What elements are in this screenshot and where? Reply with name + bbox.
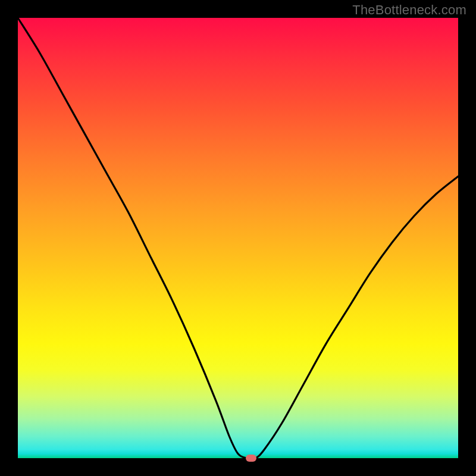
bottleneck-curve-path: [18, 18, 458, 459]
chart-frame: TheBottleneck.com: [0, 0, 476, 476]
bottleneck-curve-svg: [18, 18, 458, 458]
watermark-text: TheBottleneck.com: [352, 2, 466, 18]
minimum-marker: [246, 455, 256, 462]
